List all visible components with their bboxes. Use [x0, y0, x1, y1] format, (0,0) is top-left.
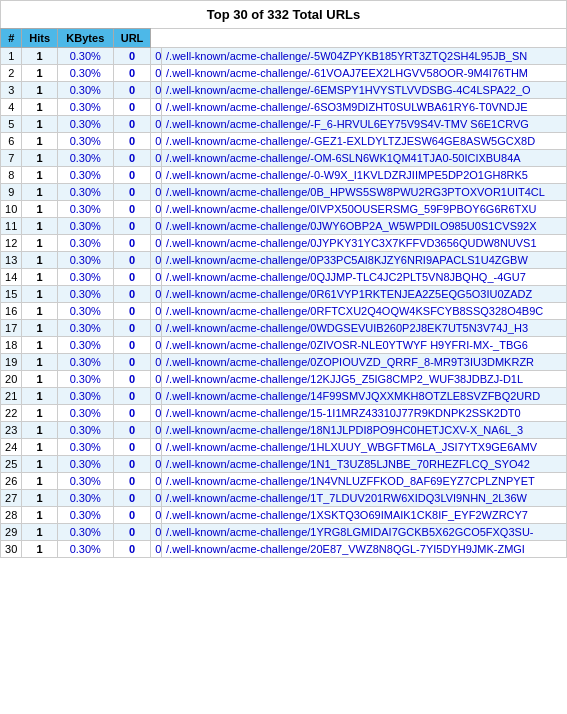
cell-kb-pct: 0.30% — [151, 354, 162, 371]
cell-kb-pct: 0.30% — [151, 133, 162, 150]
cell-url[interactable]: /.well-known/acme-challenge/1HLXUUY_WBGF… — [162, 439, 567, 456]
cell-kb: 0 — [113, 269, 151, 286]
cell-url[interactable]: /.well-known/acme-challenge/0RFTCXU2Q4OQ… — [162, 303, 567, 320]
cell-url[interactable]: /.well-known/acme-challenge/-61VOAJ7EEX2… — [162, 65, 567, 82]
cell-kb-pct: 0.30% — [151, 371, 162, 388]
cell-url[interactable]: /.well-known/acme-challenge/0ZOPIOUVZD_Q… — [162, 354, 567, 371]
cell-url[interactable]: /.well-known/acme-challenge/-6SO3M9DIZHT… — [162, 99, 567, 116]
cell-hits: 1 — [22, 167, 57, 184]
cell-hits-pct: 0.30% — [57, 286, 113, 303]
cell-url[interactable]: /.well-known/acme-challenge/-OM-6SLN6WK1… — [162, 150, 567, 167]
cell-url[interactable]: /.well-known/acme-challenge/18N1JLPDI8PO… — [162, 422, 567, 439]
cell-kb-pct: 0.30% — [151, 541, 162, 558]
cell-hits-pct: 0.30% — [57, 269, 113, 286]
cell-url[interactable]: /.well-known/acme-challenge/-5W04ZPYKB18… — [162, 48, 567, 65]
cell-url[interactable]: /.well-known/acme-challenge/0JYPKY31YC3X… — [162, 235, 567, 252]
cell-url[interactable]: /.well-known/acme-challenge/1XSKTQ3O69IM… — [162, 507, 567, 524]
cell-kb: 0 — [113, 507, 151, 524]
cell-url[interactable]: /.well-known/acme-challenge/14F99SMVJQXX… — [162, 388, 567, 405]
cell-kb: 0 — [113, 354, 151, 371]
cell-kb: 0 — [113, 388, 151, 405]
cell-hits-pct: 0.30% — [57, 337, 113, 354]
cell-url[interactable]: /.well-known/acme-challenge/-GEZ1-EXLDYL… — [162, 133, 567, 150]
cell-kb: 0 — [113, 150, 151, 167]
cell-kb-pct: 0.30% — [151, 405, 162, 422]
cell-num: 28 — [1, 507, 22, 524]
cell-url[interactable]: /.well-known/acme-challenge/20E87_VWZ8N8… — [162, 541, 567, 558]
cell-kb: 0 — [113, 201, 151, 218]
cell-url[interactable]: /.well-known/acme-challenge/0ZIVOSR-NLE0… — [162, 337, 567, 354]
cell-url[interactable]: /.well-known/acme-challenge/-0-W9X_I1KVL… — [162, 167, 567, 184]
cell-hits-pct: 0.30% — [57, 541, 113, 558]
cell-hits-pct: 0.30% — [57, 303, 113, 320]
cell-url[interactable]: /.well-known/acme-challenge/1T_7LDUV201R… — [162, 490, 567, 507]
cell-hits-pct: 0.30% — [57, 201, 113, 218]
table-row: 1410.30%00.30%/.well-known/acme-challeng… — [1, 269, 567, 286]
table-row: 1810.30%00.30%/.well-known/acme-challeng… — [1, 337, 567, 354]
table-row: 810.30%00.30%/.well-known/acme-challenge… — [1, 167, 567, 184]
table-row: 710.30%00.30%/.well-known/acme-challenge… — [1, 150, 567, 167]
cell-url[interactable]: /.well-known/acme-challenge/1N4VNLUZFFKO… — [162, 473, 567, 490]
table-row: 2410.30%00.30%/.well-known/acme-challeng… — [1, 439, 567, 456]
table-row: 510.30%00.30%/.well-known/acme-challenge… — [1, 116, 567, 133]
table-row: 1010.30%00.30%/.well-known/acme-challeng… — [1, 201, 567, 218]
cell-url[interactable]: /.well-known/acme-challenge/0R61VYP1RKTE… — [162, 286, 567, 303]
cell-num: 16 — [1, 303, 22, 320]
cell-kb-pct: 0.30% — [151, 167, 162, 184]
cell-url[interactable]: /.well-known/acme-challenge/0IVPX50OUSER… — [162, 201, 567, 218]
table-row: 410.30%00.30%/.well-known/acme-challenge… — [1, 99, 567, 116]
cell-hits: 1 — [22, 507, 57, 524]
cell-url[interactable]: /.well-known/acme-challenge/0P33PC5AI8KJ… — [162, 252, 567, 269]
cell-url[interactable]: /.well-known/acme-challenge/-F_6-HRVUL6E… — [162, 116, 567, 133]
cell-kb: 0 — [113, 133, 151, 150]
cell-kb: 0 — [113, 48, 151, 65]
cell-hits: 1 — [22, 269, 57, 286]
cell-hits-pct: 0.30% — [57, 99, 113, 116]
table-row: 1710.30%00.30%/.well-known/acme-challeng… — [1, 320, 567, 337]
cell-url[interactable]: /.well-known/acme-challenge/0QJJMP-TLC4J… — [162, 269, 567, 286]
cell-url[interactable]: /.well-known/acme-challenge/1YRG8LGMIDAI… — [162, 524, 567, 541]
table-row: 3010.30%00.30%/.well-known/acme-challeng… — [1, 541, 567, 558]
cell-url[interactable]: /.well-known/acme-challenge/-6EMSPY1HVYS… — [162, 82, 567, 99]
cell-url[interactable]: /.well-known/acme-challenge/12KJJG5_Z5IG… — [162, 371, 567, 388]
col-header-kbytes: KBytes — [57, 29, 113, 48]
cell-hits: 1 — [22, 405, 57, 422]
cell-kb-pct: 0.30% — [151, 473, 162, 490]
cell-hits: 1 — [22, 116, 57, 133]
cell-hits-pct: 0.30% — [57, 473, 113, 490]
cell-hits-pct: 0.30% — [57, 320, 113, 337]
cell-hits: 1 — [22, 99, 57, 116]
cell-kb-pct: 0.30% — [151, 235, 162, 252]
cell-num: 24 — [1, 439, 22, 456]
cell-url[interactable]: /.well-known/acme-challenge/1N1_T3UZ85LJ… — [162, 456, 567, 473]
table-row: 1610.30%00.30%/.well-known/acme-challeng… — [1, 303, 567, 320]
col-header-num: # — [1, 29, 22, 48]
cell-num: 22 — [1, 405, 22, 422]
table-row: 1310.30%00.30%/.well-known/acme-challeng… — [1, 252, 567, 269]
cell-hits: 1 — [22, 388, 57, 405]
cell-kb: 0 — [113, 235, 151, 252]
cell-hits: 1 — [22, 473, 57, 490]
cell-hits: 1 — [22, 133, 57, 150]
table-row: 2510.30%00.30%/.well-known/acme-challeng… — [1, 456, 567, 473]
cell-url[interactable]: /.well-known/acme-challenge/0JWY6OBP2A_W… — [162, 218, 567, 235]
cell-kb-pct: 0.30% — [151, 65, 162, 82]
cell-num: 7 — [1, 150, 22, 167]
cell-hits-pct: 0.30% — [57, 133, 113, 150]
cell-url[interactable]: /.well-known/acme-challenge/0B_HPWS5SW8P… — [162, 184, 567, 201]
col-header-hits: Hits — [22, 29, 57, 48]
cell-kb: 0 — [113, 524, 151, 541]
cell-kb: 0 — [113, 439, 151, 456]
cell-num: 5 — [1, 116, 22, 133]
cell-num: 18 — [1, 337, 22, 354]
cell-num: 15 — [1, 286, 22, 303]
cell-hits: 1 — [22, 422, 57, 439]
cell-kb-pct: 0.30% — [151, 184, 162, 201]
cell-hits: 1 — [22, 150, 57, 167]
cell-kb-pct: 0.30% — [151, 490, 162, 507]
cell-url[interactable]: /.well-known/acme-challenge/15-1I1MRZ433… — [162, 405, 567, 422]
table-row: 2810.30%00.30%/.well-known/acme-challeng… — [1, 507, 567, 524]
cell-hits: 1 — [22, 218, 57, 235]
cell-kb-pct: 0.30% — [151, 99, 162, 116]
cell-url[interactable]: /.well-known/acme-challenge/0WDGSEVUIB26… — [162, 320, 567, 337]
